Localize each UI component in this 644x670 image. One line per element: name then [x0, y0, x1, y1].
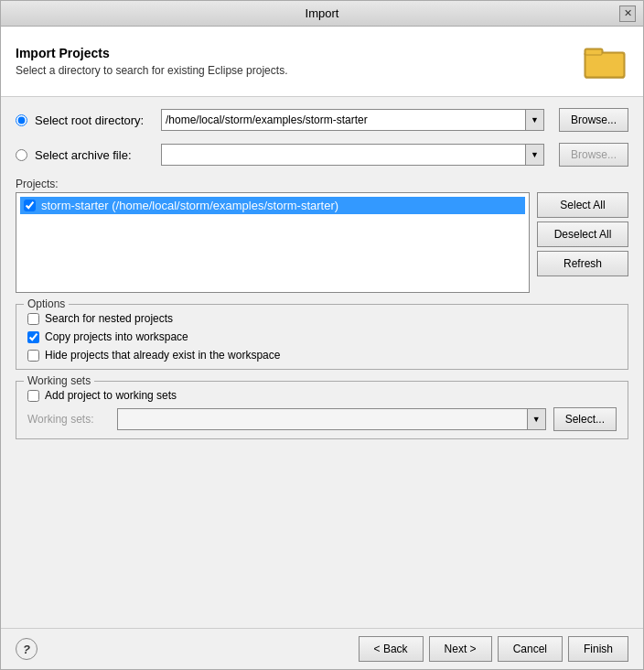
page-subtitle: Select a directory to search for existin… [16, 64, 581, 77]
projects-section-label: Projects: [16, 178, 628, 190]
archive-file-browse-button[interactable]: Browse... [559, 143, 628, 167]
archive-file-label: Select archive file: [35, 148, 154, 162]
hide-existing-checkbox[interactable] [27, 350, 39, 362]
projects-area: storm-starter (/home/local/storm/example… [16, 192, 628, 293]
footer: ? < Back Next > Cancel Finish [1, 628, 643, 669]
cancel-button[interactable]: Cancel [498, 636, 563, 662]
add-working-sets-checkbox[interactable] [27, 390, 39, 402]
archive-file-row: Select archive file: ▼ Browse... [16, 143, 628, 167]
working-sets-group-title: Working sets [24, 374, 94, 387]
hide-existing-row: Hide projects that already exist in the … [27, 349, 617, 362]
working-sets-row: Working sets: ▼ Select... [27, 407, 617, 431]
add-working-sets-row: Add project to working sets [27, 389, 617, 402]
dialog-title: Import [25, 6, 619, 20]
title-bar: Import ✕ [1, 1, 643, 27]
search-nested-checkbox[interactable] [27, 313, 39, 325]
search-nested-label: Search for nested projects [45, 312, 173, 325]
search-nested-row: Search for nested projects [27, 312, 617, 325]
header-icon-area [581, 38, 628, 85]
working-sets-group: Working sets Add project to working sets… [16, 381, 628, 439]
copy-projects-row: Copy projects into workspace [27, 330, 617, 343]
deselect-all-button[interactable]: Deselect All [537, 222, 628, 247]
working-sets-input[interactable] [117, 408, 528, 430]
projects-list: storm-starter (/home/local/storm/example… [16, 192, 530, 293]
working-sets-label: Working sets: [27, 413, 110, 426]
project-label: storm-starter (/home/local/storm/example… [41, 199, 338, 212]
archive-file-combo: ▼ [161, 144, 544, 166]
archive-file-input[interactable] [161, 144, 526, 166]
root-directory-dropdown[interactable]: ▼ [526, 109, 544, 131]
header-text: Import Projects Select a directory to se… [16, 46, 581, 77]
folder-icon [583, 41, 627, 81]
working-sets-dropdown[interactable]: ▼ [528, 408, 546, 430]
add-working-sets-label: Add project to working sets [45, 389, 177, 402]
copy-projects-label: Copy projects into workspace [45, 330, 188, 343]
import-dialog: Import ✕ Import Projects Select a direct… [0, 0, 644, 670]
archive-file-radio[interactable] [16, 149, 27, 161]
projects-buttons: Select All Deselect All Refresh [537, 192, 628, 276]
select-all-button[interactable]: Select All [537, 192, 628, 218]
project-checkbox[interactable] [24, 200, 36, 211]
root-directory-input[interactable] [161, 109, 526, 131]
svg-rect-2 [585, 53, 624, 77]
working-sets-combo: ▼ [117, 408, 546, 430]
finish-button[interactable]: Finish [568, 636, 628, 662]
options-group: Options Search for nested projects Copy … [16, 304, 628, 370]
root-directory-row: Select root directory: ▼ Browse... [16, 108, 628, 132]
next-button[interactable]: Next > [429, 636, 492, 662]
header-area: Import Projects Select a directory to se… [1, 27, 643, 97]
close-button[interactable]: ✕ [619, 5, 636, 22]
copy-projects-checkbox[interactable] [27, 331, 39, 343]
back-button[interactable]: < Back [359, 636, 424, 662]
projects-section: Projects: storm-starter (/home/local/sto… [16, 178, 628, 293]
page-title: Import Projects [16, 46, 581, 60]
content-area: Select root directory: ▼ Browse... Selec… [1, 97, 643, 628]
options-group-title: Options [24, 297, 69, 310]
root-directory-combo: ▼ [161, 109, 544, 131]
list-item: storm-starter (/home/local/storm/example… [20, 197, 525, 214]
root-directory-label: Select root directory: [35, 113, 154, 127]
archive-file-dropdown[interactable]: ▼ [526, 144, 544, 166]
root-directory-browse-button[interactable]: Browse... [559, 108, 628, 132]
help-button[interactable]: ? [16, 638, 38, 660]
root-directory-radio[interactable] [16, 114, 27, 126]
select-working-sets-button[interactable]: Select... [553, 407, 617, 431]
svg-rect-3 [585, 49, 602, 55]
refresh-button[interactable]: Refresh [537, 251, 628, 276]
hide-existing-label: Hide projects that already exist in the … [45, 349, 280, 362]
